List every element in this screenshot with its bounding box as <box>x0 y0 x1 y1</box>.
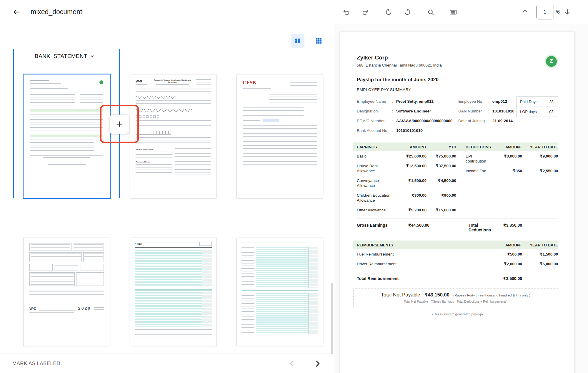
next-page-button[interactable] <box>311 357 324 370</box>
search-button[interactable] <box>424 5 438 19</box>
page-thumbnail-6[interactable] <box>237 238 323 346</box>
info-row: UAN Number1010101010 <box>458 109 514 114</box>
keyboard-shortcuts-button[interactable] <box>446 5 460 19</box>
previous-document-page-button[interactable] <box>518 5 532 19</box>
w9-col-right <box>175 148 211 175</box>
net-payable-words: (Rupees Forty three thousand hundred & f… <box>453 294 530 297</box>
add-page-button[interactable] <box>110 115 129 134</box>
next-document-page-button[interactable] <box>560 5 574 19</box>
company-block: Zylker Corp 588, Estancia Chennai Tamil … <box>357 54 442 67</box>
info-colon <box>392 128 393 133</box>
w9-section-2: Purpose of Form <box>136 161 172 163</box>
row-amount: ₹500.00 <box>493 252 522 257</box>
cfsb-subline <box>243 88 271 90</box>
employee-info-left: Employee NamePreet Setty, emp012 Designa… <box>357 99 458 138</box>
thumbnail-pager <box>286 357 324 370</box>
col-header: YEAR TO DATE <box>522 243 558 247</box>
f1040-heading: 1040 <box>135 242 142 246</box>
row-amount: ₹2,000.00 <box>493 261 522 266</box>
days-label: Paid Days <box>517 97 545 107</box>
row-name: EPF contribution <box>466 154 493 164</box>
deductions-table-head: DEDUCTIONS AMOUNT YEAR TO DATE <box>466 142 558 151</box>
thumb-table-header-2 <box>30 135 103 137</box>
info-value: AA/AAA/0000000/000/0000000 <box>396 118 452 124</box>
page-total: /6 <box>556 9 560 15</box>
back-arrow-icon <box>13 8 20 16</box>
cfsb-badge-row <box>243 119 317 122</box>
thumb-fields <box>30 94 103 105</box>
info-label: Designation <box>357 109 391 114</box>
redo-button[interactable] <box>358 5 372 19</box>
info-colon <box>392 99 393 104</box>
back-button[interactable] <box>10 6 23 19</box>
document-viewer-panel: /6 Zylker Corp 588, Estancia Chennai Tam… <box>334 0 588 373</box>
page-thumbnail-3[interactable]: CFSB <box>237 74 323 198</box>
group-label-dropdown[interactable]: BANK_STATEMENT <box>35 53 95 59</box>
thumb-table-header <box>30 109 103 112</box>
page-thumbnail-1[interactable] <box>24 74 110 198</box>
page-thumbnail-4[interactable]: W-2 2020 <box>24 238 110 346</box>
total-reimbursement-row: Total Reimbursement ₹2,500.00 <box>357 272 558 281</box>
info-colon <box>488 118 489 124</box>
row-name: House Rent Allowance <box>357 163 396 173</box>
compact-grid-view-button[interactable] <box>312 34 326 48</box>
row-amount: ₹300.00 <box>396 193 427 203</box>
group-label: BANK_STATEMENT <box>35 53 87 59</box>
col-header: AMOUNT <box>493 145 522 149</box>
thumb-lines <box>30 88 68 91</box>
w9-thumb-content: W-9 Request for Taxpayer Identification … <box>130 74 216 198</box>
totals-row: Gross Earnings ₹44,500.00 Total Deductio… <box>357 218 558 232</box>
row-name: Income Tax <box>466 168 493 173</box>
keyboard-icon <box>449 8 457 16</box>
w9-lines-2 <box>136 120 211 128</box>
company-name: Zylker Corp <box>357 54 442 61</box>
days-value: 28 <box>545 97 558 107</box>
left-panel-scrollbar[interactable] <box>331 283 333 354</box>
grid-view-button[interactable] <box>291 34 304 48</box>
row-amount: ₹1,500.00 <box>396 178 427 188</box>
form-header <box>241 242 318 245</box>
thumb-header <box>30 80 103 84</box>
info-value: Software Engineer <box>396 109 431 114</box>
f1040-header: 1040 <box>135 242 212 246</box>
page-thumbnail-2[interactable]: W-9 Request for Taxpayer Identification … <box>130 74 216 198</box>
w9-right-cell <box>196 79 211 86</box>
arrow-down-icon <box>564 8 571 16</box>
deductions-row: EPF contribution₹3,000.00₹9,000.00 <box>466 151 558 166</box>
earnings-row: House Rent Allowance₹12,500.00₹37,500.00 <box>357 161 456 176</box>
thumbnail-area: BANK_STATEMENT <box>0 24 334 354</box>
group-bracket-left <box>13 49 14 198</box>
row-name: Other Allowance <box>357 208 396 213</box>
info-row: PF A/C NumberAA/AAA/0000000/000/0000000 <box>357 118 458 124</box>
earnings-row: Children Education Allowance₹300.00₹900.… <box>357 190 456 205</box>
reimbursements-table: REIMBURSEMENTS AMOUNT YEAR TO DATE Fuel … <box>357 241 558 269</box>
row-ytd: ₹4,500.00 <box>427 178 456 188</box>
row-name: Driver Reimbursement <box>357 261 493 266</box>
rotate-left-button[interactable] <box>382 5 396 19</box>
document-title: mixed_document <box>31 8 82 16</box>
page-number-input[interactable] <box>536 5 554 19</box>
grid-small-icon <box>316 38 322 44</box>
col-header: DEDUCTIONS <box>466 145 493 149</box>
previous-page-button[interactable] <box>286 357 299 370</box>
page-thumbnail-5[interactable]: 1040 <box>130 238 216 346</box>
payslip-document: Zylker Corp 588, Estancia Chennai Tamil … <box>340 32 574 373</box>
total-label: Gross Earnings <box>357 223 399 232</box>
cfsb-logo: CFSB <box>243 80 256 86</box>
rotate-right-button[interactable] <box>400 5 414 19</box>
arrow-up-icon <box>521 8 529 16</box>
row-ytd: ₹15,600.00 <box>427 208 456 213</box>
mark-as-labeled-button[interactable]: MARK AS LABELED <box>12 361 60 367</box>
thumb-rows <box>30 114 103 132</box>
company-logo: Z <box>544 54 558 68</box>
undo-button[interactable] <box>339 5 354 19</box>
search-icon <box>427 9 434 16</box>
w2-grid-row <box>29 272 104 286</box>
info-row: Bank Account No101010101010 <box>357 128 458 133</box>
handwriting-scribble <box>136 95 180 99</box>
earnings-table-head: EARNINGS AMOUNT YTD <box>357 142 456 151</box>
info-colon <box>488 109 489 114</box>
employee-info: Employee NamePreet Setty, emp012 Designa… <box>357 99 558 138</box>
info-row: Employee NamePreet Setty, emp012 <box>357 99 458 104</box>
chevron-left-icon <box>288 360 296 367</box>
